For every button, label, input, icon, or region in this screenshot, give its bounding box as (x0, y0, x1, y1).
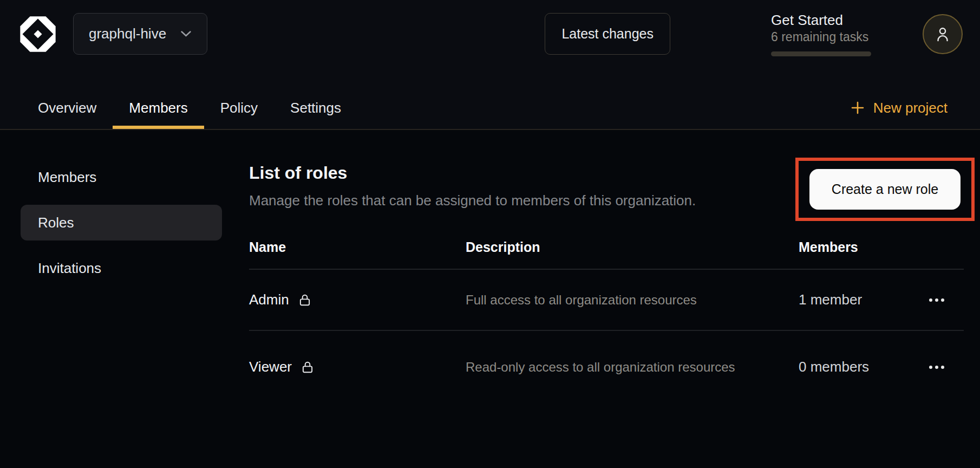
column-header-actions (912, 239, 964, 255)
roles-table: Name Description Members Admin Full acce… (249, 231, 964, 403)
plus-icon (851, 101, 865, 115)
header: graphql-hive Latest changes Get Started … (0, 0, 980, 130)
get-started-title: Get Started (771, 12, 871, 28)
page-content: Members Roles Invitations List of roles … (0, 130, 980, 403)
roles-panel: List of roles Manage the roles that can … (249, 159, 964, 403)
tab-policy[interactable]: Policy (204, 87, 274, 129)
sidebar-item-invitations[interactable]: Invitations (21, 250, 222, 286)
row-actions-menu-button[interactable] (922, 289, 952, 311)
row-actions-menu-button[interactable] (922, 356, 952, 378)
user-avatar[interactable] (923, 14, 963, 54)
role-members-count: 1 member (799, 291, 912, 308)
table-row-viewer: Viewer Read-only access to all organizat… (249, 330, 964, 403)
column-header-name: Name (249, 239, 466, 255)
organization-name: graphql-hive (89, 25, 166, 42)
tab-overview[interactable]: Overview (22, 87, 113, 129)
sidebar-item-members[interactable]: Members (21, 159, 222, 195)
role-name-cell: Viewer (249, 359, 466, 375)
new-project-label: New project (873, 100, 948, 116)
get-started-remaining-tasks: 6 remaining tasks (771, 30, 871, 44)
table-header-row: Name Description Members (249, 231, 964, 270)
annotation-highlight-box: Create a new role (795, 158, 975, 221)
chevron-down-icon (180, 30, 192, 37)
members-sidebar: Members Roles Invitations (21, 159, 222, 403)
get-started-widget[interactable]: Get Started 6 remaining tasks (771, 12, 871, 56)
role-members-count: 0 members (799, 359, 912, 375)
column-header-members: Members (799, 239, 912, 255)
get-started-progress-bar (771, 51, 871, 56)
role-name-cell: Admin (249, 291, 466, 308)
role-name: Admin (249, 291, 289, 308)
top-bar-right: Latest changes Get Started 6 remaining t… (545, 12, 963, 56)
tab-navigation: Overview Members Policy Settings New pro… (0, 87, 980, 130)
ellipsis-icon (929, 298, 932, 302)
lock-icon (300, 360, 315, 374)
tab-members[interactable]: Members (113, 87, 204, 129)
tab-settings[interactable]: Settings (274, 87, 357, 129)
role-description: Read-only access to all organization res… (466, 358, 758, 376)
ellipsis-icon (929, 366, 932, 369)
create-new-role-button[interactable]: Create a new role (809, 169, 961, 210)
sidebar-item-roles[interactable]: Roles (21, 205, 222, 240)
table-row-admin: Admin Full access to all organization re… (249, 270, 964, 330)
role-name: Viewer (249, 359, 292, 375)
new-project-link[interactable]: New project (851, 87, 948, 129)
user-icon (933, 24, 952, 44)
organization-selector[interactable]: graphql-hive (73, 13, 207, 55)
lock-icon (298, 293, 312, 307)
column-header-description: Description (466, 239, 799, 255)
latest-changes-button[interactable]: Latest changes (545, 13, 670, 55)
role-description: Full access to all organization resource… (466, 291, 758, 309)
hive-logo-icon (19, 15, 57, 53)
top-bar: graphql-hive Latest changes Get Started … (0, 0, 980, 55)
